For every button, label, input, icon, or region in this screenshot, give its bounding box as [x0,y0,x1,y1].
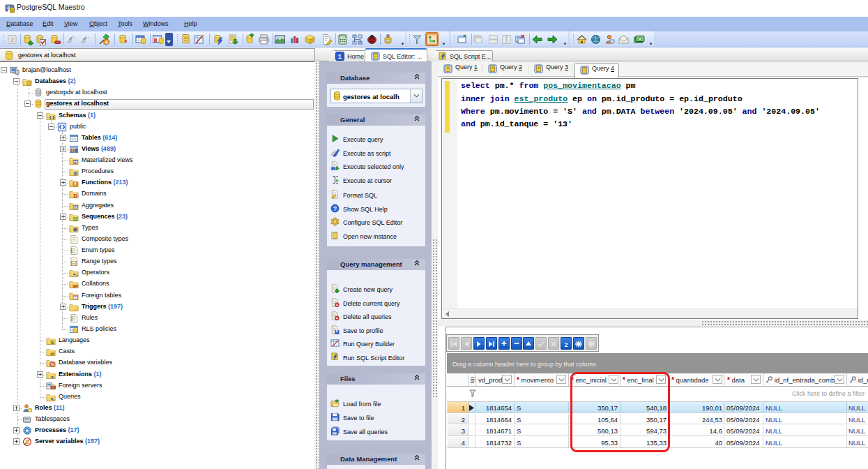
svg-text:2: 2 [564,341,568,348]
svg-text:D: D [73,193,77,199]
svg-text:⇄: ⇄ [50,351,54,356]
svg-text:✎: ✎ [51,397,54,401]
svg-text:2: 2 [10,36,14,43]
svg-text:12: 12 [73,216,78,221]
svg-text:1: 1 [338,52,342,60]
svg-text:■: ■ [51,375,54,379]
svg-text:?: ? [333,205,337,212]
svg-text:aя: aя [73,283,78,288]
svg-text:⚡: ⚡ [73,306,79,312]
svg-text:*: * [125,39,128,46]
svg-text:+-: +- [73,272,77,277]
svg-text:DB: DB [50,385,56,389]
svg-text:[..]: [..] [71,260,77,266]
svg-text:⚙: ⚙ [73,171,77,176]
svg-text:S: S [50,339,54,345]
